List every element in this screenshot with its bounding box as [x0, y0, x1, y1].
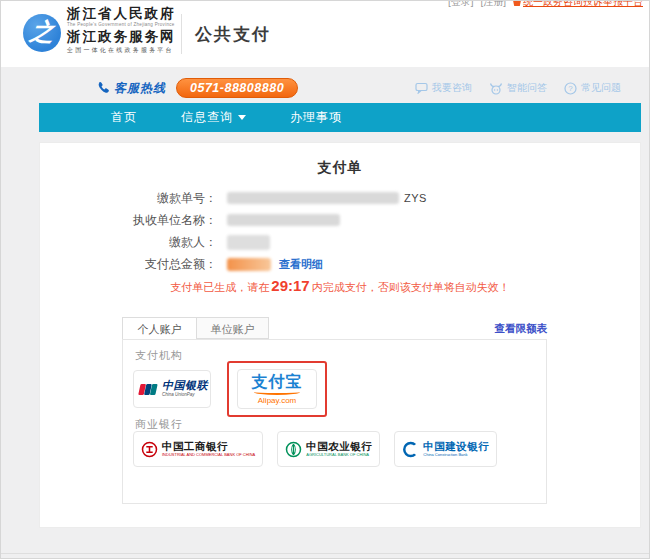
nav-handle-matters[interactable]: 办理事项	[290, 109, 342, 126]
ccb-logo-icon	[402, 441, 419, 458]
faq-link[interactable]: ? 常见问题	[564, 81, 621, 95]
view-detail-link[interactable]: 查看明细	[279, 257, 323, 272]
field-row-bill-number: 缴款单号： ZYS	[40, 187, 640, 209]
register-link[interactable]: [注册]	[480, 0, 506, 9]
banks-section-label: 商业银行	[135, 417, 183, 432]
login-link[interactable]: [登录]	[448, 0, 474, 9]
site-slogan: 全国一体化在线政务服务平台	[67, 47, 176, 53]
bill-number-suffix: ZYS	[404, 192, 427, 204]
faq-icon: ?	[564, 82, 577, 95]
alipay-logo-icon	[254, 389, 300, 395]
redacted-value	[227, 192, 399, 204]
bank-ccb-option[interactable]: 中国建设银行 China Construction Bank	[394, 431, 497, 467]
unionpay-logo-icon	[136, 382, 158, 397]
bank-name-cn: 中国建设银行	[423, 441, 489, 452]
main-nav: 首页 信息查询 办理事项	[39, 103, 641, 132]
payment-methods-box: 支付机构 中国银联 China UnionPay 支付宝	[122, 339, 547, 504]
footer-divider	[1, 553, 649, 554]
alipay-name-cn: 支付宝	[252, 374, 303, 390]
field-label: 缴款单号：	[40, 190, 217, 207]
payment-order-title: 支付单	[40, 159, 640, 177]
phone-icon	[96, 81, 110, 95]
chevron-down-icon	[238, 115, 246, 120]
gov-name-en: The People's Government of Zhejiang Prov…	[67, 23, 176, 28]
redacted-value	[227, 235, 270, 250]
tab-personal-account[interactable]: 个人账户	[122, 317, 197, 339]
unionpay-option[interactable]: 中国银联 China UnionPay	[133, 370, 211, 408]
page-title: 公共支付	[195, 23, 271, 46]
hotline-block: 客服热线 0571-88808880	[96, 78, 298, 98]
bank-name-en: China Construction Bank	[423, 453, 489, 457]
icbc-logo-icon	[141, 441, 158, 458]
smart-qa-link[interactable]: 智能问答	[489, 81, 547, 95]
public-payment-page: [登录] [注册] 统一政务咨询投诉举报平台 之 浙江省人民政府 The Peo…	[0, 0, 650, 559]
content-background: 客服热线 0571-88808880 我要咨询 智能问答 ? 常见问题 首页 信…	[1, 67, 649, 559]
bank-name-cn: 中国农业银行	[306, 441, 372, 452]
alipay-name-en: Alipay.com	[258, 397, 297, 405]
abc-logo-icon	[285, 441, 302, 458]
field-label: 支付总金额：	[40, 256, 217, 273]
bank-name-en: INDUSTRIAL AND COMMERCIAL BANK OF CHINA	[162, 453, 255, 457]
nav-home[interactable]: 首页	[111, 109, 137, 126]
field-row-agency-name: 执收单位名称：	[40, 209, 640, 231]
banks-row: 中国工商银行 INDUSTRIAL AND COMMERCIAL BANK OF…	[133, 431, 497, 467]
field-row-total-amount: 支付总金额： 查看明细	[40, 253, 640, 275]
field-label: 缴款人：	[40, 234, 217, 251]
svg-text:?: ?	[568, 84, 573, 93]
alipay-option[interactable]: 支付宝 Alipay.com	[237, 369, 317, 409]
expiry-warning: 支付单已生成，请在29:17内完成支付，否则该支付单将自动失效！	[40, 277, 640, 295]
redacted-value	[227, 214, 340, 226]
payment-panel: 支付单 缴款单号： ZYS 执收单位名称： 缴款人： 支付总金额： 查看明细	[39, 142, 641, 528]
consult-link[interactable]: 我要咨询	[415, 81, 472, 95]
redacted-amount	[227, 258, 271, 271]
hotline-label: 客服热线	[114, 80, 166, 97]
field-label: 执收单位名称：	[40, 212, 217, 229]
site-header: 之 浙江省人民政府 The People's Government of Zhe…	[1, 1, 649, 67]
top-utility-links: [登录] [注册] 统一政务咨询投诉举报平台	[448, 0, 643, 9]
alipay-selected-highlight[interactable]: 支付宝 Alipay.com	[227, 361, 327, 417]
hotline-number-badge: 0571-88808880	[176, 78, 298, 98]
countdown-timer: 29:17	[271, 277, 309, 294]
quick-links: 我要咨询 智能问答 ? 常见问题	[415, 81, 621, 95]
bot-icon	[489, 82, 503, 95]
gov-name: 浙江省人民政府	[67, 7, 176, 21]
bank-name-cn: 中国工商银行	[162, 441, 255, 452]
logo-text-block: 浙江省人民政府 The People's Government of Zheji…	[67, 7, 176, 53]
nav-info-query[interactable]: 信息查询	[181, 109, 246, 126]
complaint-platform-link[interactable]: 统一政务咨询投诉举报平台	[513, 0, 643, 9]
payment-fields: 缴款单号： ZYS 执收单位名称： 缴款人： 支付总金额： 查看明细	[40, 187, 640, 275]
complaint-icon	[513, 0, 521, 6]
institutions-row: 中国银联 China UnionPay 支付宝 Alipay.com	[133, 361, 327, 417]
bank-abc-option[interactable]: 中国农业银行 AGRICULTURAL BANK OF CHINA	[277, 431, 380, 467]
chat-icon	[415, 82, 428, 94]
view-limit-table-link[interactable]: 查看限额表	[495, 322, 548, 336]
tab-row: 个人账户 单位账户 查看限额表	[122, 317, 547, 340]
header-divider	[181, 14, 182, 54]
field-row-payer: 缴款人：	[40, 231, 640, 253]
gov-logo-icon: 之	[23, 14, 61, 52]
unionpay-name-cn: 中国银联	[162, 380, 208, 391]
bank-icbc-option[interactable]: 中国工商银行 INDUSTRIAL AND COMMERCIAL BANK OF…	[133, 431, 263, 467]
site-name: 浙江政务服务网	[67, 30, 176, 44]
bank-name-en: AGRICULTURAL BANK OF CHINA	[306, 453, 372, 457]
tab-unit-account[interactable]: 单位账户	[197, 317, 269, 339]
account-tabs-zone: 个人账户 单位账户 查看限额表 支付机构 中国银联 China UnionPay	[122, 317, 547, 504]
unionpay-name-en: China UnionPay	[162, 393, 208, 398]
